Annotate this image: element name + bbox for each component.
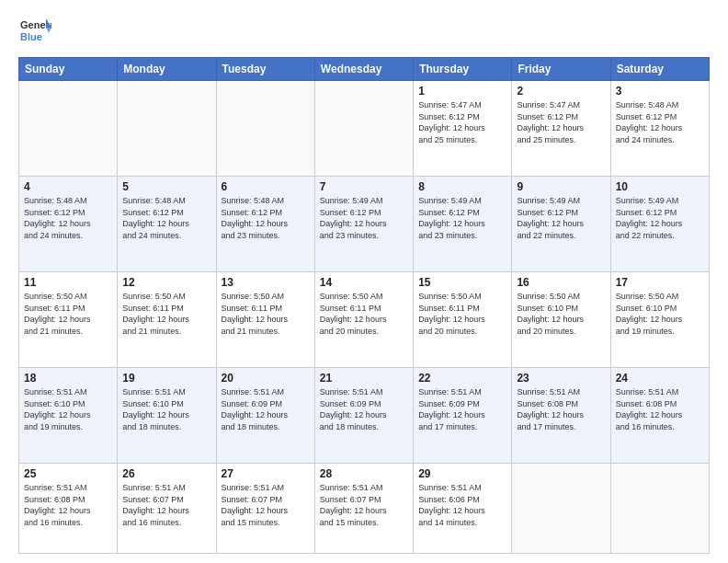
cell-w4-d4: 21Sunrise: 5:51 AMSunset: 6:09 PMDayligh… [314, 368, 413, 464]
day-number: 12 [122, 276, 210, 289]
day-info: Sunrise: 5:50 AMSunset: 6:10 PMDaylight:… [517, 291, 605, 337]
cell-w4-d6: 23Sunrise: 5:51 AMSunset: 6:08 PMDayligh… [512, 368, 610, 464]
day-info: Sunrise: 5:49 AMSunset: 6:12 PMDaylight:… [320, 195, 408, 241]
day-number: 14 [320, 276, 408, 289]
cell-w2-d6: 9Sunrise: 5:49 AMSunset: 6:12 PMDaylight… [512, 177, 610, 272]
day-number: 2 [517, 85, 605, 98]
cell-w1-d3 [216, 81, 314, 177]
day-info: Sunrise: 5:50 AMSunset: 6:11 PMDaylight:… [222, 291, 310, 337]
header-row: SundayMondayTuesdayWednesdayThursdayFrid… [19, 58, 710, 81]
header-saturday: Saturday [610, 58, 709, 81]
cell-w4-d5: 22Sunrise: 5:51 AMSunset: 6:09 PMDayligh… [414, 368, 512, 464]
cell-w1-d4 [314, 81, 413, 177]
day-info: Sunrise: 5:49 AMSunset: 6:12 PMDaylight:… [517, 195, 605, 241]
day-info: Sunrise: 5:51 AMSunset: 6:09 PMDaylight:… [222, 386, 310, 432]
cell-w1-d6: 2Sunrise: 5:47 AMSunset: 6:12 PMDaylight… [512, 81, 610, 177]
day-number: 21 [320, 372, 408, 385]
day-number: 23 [517, 372, 605, 385]
cell-w4-d7: 24Sunrise: 5:51 AMSunset: 6:08 PMDayligh… [610, 368, 709, 464]
day-number: 9 [517, 180, 605, 193]
day-number: 4 [24, 180, 112, 193]
day-number: 29 [418, 467, 506, 480]
day-info: Sunrise: 5:49 AMSunset: 6:12 PMDaylight:… [418, 195, 506, 241]
day-info: Sunrise: 5:49 AMSunset: 6:12 PMDaylight:… [616, 195, 704, 241]
day-number: 6 [222, 180, 310, 193]
cell-w1-d5: 1Sunrise: 5:47 AMSunset: 6:12 PMDaylight… [414, 81, 512, 177]
header-friday: Friday [512, 58, 610, 81]
calendar-table: SundayMondayTuesdayWednesdayThursdayFrid… [18, 57, 710, 554]
cell-w1-d1 [19, 81, 118, 177]
day-number: 3 [616, 85, 704, 98]
day-number: 1 [418, 85, 506, 98]
day-info: Sunrise: 5:50 AMSunset: 6:11 PMDaylight:… [24, 291, 112, 337]
day-info: Sunrise: 5:50 AMSunset: 6:11 PMDaylight:… [320, 291, 408, 337]
day-info: Sunrise: 5:48 AMSunset: 6:12 PMDaylight:… [616, 99, 704, 145]
cell-w4-d1: 18Sunrise: 5:51 AMSunset: 6:10 PMDayligh… [19, 368, 118, 464]
cell-w1-d2 [118, 81, 216, 177]
day-info: Sunrise: 5:51 AMSunset: 6:09 PMDaylight:… [418, 386, 506, 432]
week-row-4: 18Sunrise: 5:51 AMSunset: 6:10 PMDayligh… [19, 368, 710, 464]
day-info: Sunrise: 5:50 AMSunset: 6:11 PMDaylight:… [418, 291, 506, 337]
day-number: 22 [418, 372, 506, 385]
day-info: Sunrise: 5:51 AMSunset: 6:08 PMDaylight:… [517, 386, 605, 432]
cell-w5-d4: 28Sunrise: 5:51 AMSunset: 6:07 PMDayligh… [314, 464, 413, 554]
day-info: Sunrise: 5:51 AMSunset: 6:06 PMDaylight:… [418, 482, 506, 528]
cell-w3-d7: 17Sunrise: 5:50 AMSunset: 6:10 PMDayligh… [610, 272, 709, 368]
day-number: 8 [418, 180, 506, 193]
cell-w5-d1: 25Sunrise: 5:51 AMSunset: 6:08 PMDayligh… [19, 464, 118, 554]
cell-w5-d7 [610, 464, 709, 554]
day-number: 11 [24, 276, 112, 289]
day-number: 20 [222, 372, 310, 385]
header-sunday: Sunday [19, 58, 118, 81]
day-info: Sunrise: 5:51 AMSunset: 6:07 PMDaylight:… [320, 482, 408, 528]
day-number: 26 [122, 467, 210, 480]
day-number: 27 [222, 467, 310, 480]
day-number: 15 [418, 276, 506, 289]
cell-w3-d3: 13Sunrise: 5:50 AMSunset: 6:11 PMDayligh… [216, 272, 314, 368]
day-number: 25 [24, 467, 112, 480]
cell-w3-d5: 15Sunrise: 5:50 AMSunset: 6:11 PMDayligh… [414, 272, 512, 368]
header-monday: Monday [118, 58, 216, 81]
day-info: Sunrise: 5:50 AMSunset: 6:10 PMDaylight:… [616, 291, 704, 337]
cell-w2-d1: 4Sunrise: 5:48 AMSunset: 6:12 PMDaylight… [19, 177, 118, 272]
day-info: Sunrise: 5:51 AMSunset: 6:09 PMDaylight:… [320, 386, 408, 432]
day-number: 7 [320, 180, 408, 193]
day-info: Sunrise: 5:51 AMSunset: 6:10 PMDaylight:… [24, 386, 112, 432]
svg-text:Blue: Blue [20, 31, 42, 42]
day-info: Sunrise: 5:48 AMSunset: 6:12 PMDaylight:… [122, 195, 210, 241]
week-row-1: 1Sunrise: 5:47 AMSunset: 6:12 PMDaylight… [19, 81, 710, 177]
week-row-5: 25Sunrise: 5:51 AMSunset: 6:08 PMDayligh… [19, 464, 710, 554]
cell-w1-d7: 3Sunrise: 5:48 AMSunset: 6:12 PMDaylight… [610, 81, 709, 177]
day-info: Sunrise: 5:51 AMSunset: 6:08 PMDaylight:… [24, 482, 112, 528]
cell-w3-d6: 16Sunrise: 5:50 AMSunset: 6:10 PMDayligh… [512, 272, 610, 368]
day-number: 28 [320, 467, 408, 480]
cell-w2-d7: 10Sunrise: 5:49 AMSunset: 6:12 PMDayligh… [610, 177, 709, 272]
cell-w5-d3: 27Sunrise: 5:51 AMSunset: 6:07 PMDayligh… [216, 464, 314, 554]
cell-w5-d6 [512, 464, 610, 554]
day-info: Sunrise: 5:51 AMSunset: 6:08 PMDaylight:… [616, 386, 704, 432]
calendar-body: 1Sunrise: 5:47 AMSunset: 6:12 PMDaylight… [19, 81, 710, 554]
day-info: Sunrise: 5:51 AMSunset: 6:07 PMDaylight:… [122, 482, 210, 528]
day-info: Sunrise: 5:48 AMSunset: 6:12 PMDaylight:… [24, 195, 112, 241]
day-info: Sunrise: 5:48 AMSunset: 6:12 PMDaylight:… [222, 195, 310, 241]
cell-w2-d4: 7Sunrise: 5:49 AMSunset: 6:12 PMDaylight… [314, 177, 413, 272]
cell-w2-d2: 5Sunrise: 5:48 AMSunset: 6:12 PMDaylight… [118, 177, 216, 272]
day-number: 10 [616, 180, 704, 193]
day-number: 17 [616, 276, 704, 289]
day-info: Sunrise: 5:51 AMSunset: 6:10 PMDaylight:… [122, 386, 210, 432]
cell-w5-d5: 29Sunrise: 5:51 AMSunset: 6:06 PMDayligh… [414, 464, 512, 554]
header: General Blue [18, 15, 710, 48]
day-number: 18 [24, 372, 112, 385]
cell-w5-d2: 26Sunrise: 5:51 AMSunset: 6:07 PMDayligh… [118, 464, 216, 554]
page: General Blue SundayMondayTuesdayWednesda… [0, 0, 728, 563]
cell-w3-d1: 11Sunrise: 5:50 AMSunset: 6:11 PMDayligh… [19, 272, 118, 368]
cell-w2-d3: 6Sunrise: 5:48 AMSunset: 6:12 PMDaylight… [216, 177, 314, 272]
week-row-3: 11Sunrise: 5:50 AMSunset: 6:11 PMDayligh… [19, 272, 710, 368]
day-number: 19 [122, 372, 210, 385]
day-number: 5 [122, 180, 210, 193]
cell-w2-d5: 8Sunrise: 5:49 AMSunset: 6:12 PMDaylight… [414, 177, 512, 272]
day-info: Sunrise: 5:47 AMSunset: 6:12 PMDaylight:… [418, 99, 506, 145]
cell-w3-d4: 14Sunrise: 5:50 AMSunset: 6:11 PMDayligh… [314, 272, 413, 368]
header-thursday: Thursday [414, 58, 512, 81]
day-number: 24 [616, 372, 704, 385]
